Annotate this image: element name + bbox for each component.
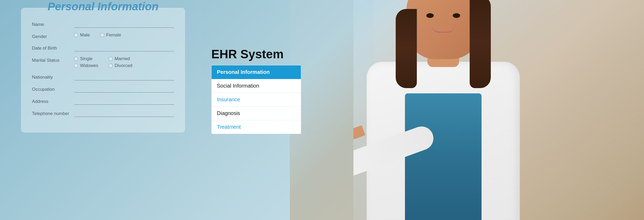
ehr-menu: Personal Information Social Information … (211, 65, 301, 134)
hair-left (396, 9, 417, 88)
menu-item-social-info[interactable]: Social Information (212, 79, 301, 93)
menu-item-diagnosis[interactable]: Diagnosis (212, 107, 301, 120)
hair-right (470, 0, 491, 88)
menu-item-insurance[interactable]: Insurance (212, 93, 301, 107)
glass-overlay (0, 0, 374, 220)
doctor-figure (353, 0, 644, 220)
menu-item-treatment[interactable]: Treatment (212, 120, 301, 134)
ehr-title: EHR System (211, 47, 301, 61)
right-eye (453, 13, 460, 18)
eyes-area (417, 12, 470, 20)
page-wrapper: Name Personal Information Name Gender Ma… (0, 0, 644, 220)
ehr-panel: EHR System Personal Information Social I… (211, 47, 301, 134)
menu-item-personal-info[interactable]: Personal Information (212, 65, 301, 79)
scrubs-top (405, 93, 482, 220)
left-eye (426, 13, 434, 18)
